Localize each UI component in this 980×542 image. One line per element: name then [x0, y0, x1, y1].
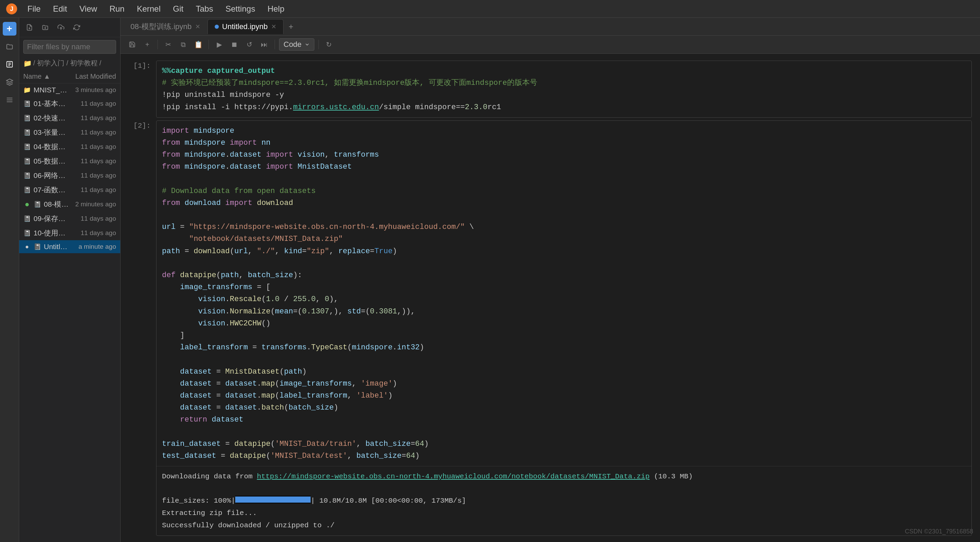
cell-label: [1]:: [129, 60, 156, 118]
menu-view[interactable]: View: [74, 2, 103, 16]
save-button[interactable]: [126, 38, 138, 51]
cut-button[interactable]: ✂: [162, 38, 174, 51]
menu-file[interactable]: File: [22, 2, 46, 16]
menu-edit[interactable]: Edit: [48, 2, 73, 16]
list-item[interactable]: 📓 01-基本介... 11 days ago: [19, 97, 120, 111]
file-name: 06-网络构...: [33, 171, 69, 180]
file-name: 10-使用静...: [33, 228, 69, 238]
list-item[interactable]: 📓 02-快速入... 11 days ago: [19, 111, 120, 125]
notebook-toolbar: + ✂ ⧉ 📋 ▶ ⏹ ↺ ⏭ Code ↻: [121, 36, 980, 54]
list-item[interactable]: 📓 08-模型训... 2 minutes ago: [19, 197, 120, 211]
active-dot: ●: [23, 243, 31, 250]
extensions-icon-btn[interactable]: [3, 75, 16, 89]
watermark: CSDN ©2301_79516858: [905, 528, 973, 535]
list-item[interactable]: 📓 04-数据集... 11 days ago: [19, 139, 120, 154]
file-modified: a minute ago: [72, 243, 116, 250]
search-box[interactable]: 🔍: [23, 40, 116, 54]
list-item[interactable]: 📓 07-函数式... 11 days ago: [19, 183, 120, 197]
tab-add-button[interactable]: +: [285, 21, 297, 33]
file-modified: 11 days ago: [72, 172, 116, 179]
tab-close-icon[interactable]: ✕: [195, 23, 200, 30]
notebook-area: 08-模型训练.ipynb ✕ Untitled.ipynb ✕ + + ✂: [121, 18, 980, 542]
list-item[interactable]: 📓 03-张量Te... 11 days ago: [19, 125, 120, 139]
list-item[interactable]: 📓 09-保存与... 11 days ago: [19, 211, 120, 226]
paste-button[interactable]: 📋: [192, 38, 204, 51]
menu-git[interactable]: Git: [167, 2, 189, 16]
refresh-output-button[interactable]: ↻: [323, 38, 335, 51]
notebook-icon: 📓: [33, 201, 41, 208]
file-name: 01-基本介...: [33, 99, 69, 108]
notebook-icon: 📓: [23, 172, 31, 179]
search-input[interactable]: [27, 43, 121, 51]
upload-btn[interactable]: [55, 21, 67, 33]
menu-kernel[interactable]: Kernel: [132, 2, 166, 16]
tab-label: Untitled.ipynb: [222, 22, 268, 31]
cell-output: Downloading data from https://mindspore-…: [156, 466, 971, 536]
tab-bar: 08-模型训练.ipynb ✕ Untitled.ipynb ✕ +: [121, 18, 980, 36]
copy-button[interactable]: ⧉: [177, 38, 189, 51]
tab-close-icon[interactable]: ✕: [271, 23, 276, 30]
cell-content[interactable]: import mindspore from mindspore import n…: [156, 120, 972, 536]
file-modified: 11 days ago: [72, 143, 116, 151]
files-icon-btn[interactable]: [3, 57, 16, 71]
file-modified: 3 minutes ago: [72, 86, 116, 94]
cell-type-label: Code: [283, 40, 302, 49]
run-button[interactable]: ▶: [213, 38, 225, 51]
file-name: 03-张量Te...: [33, 128, 69, 137]
restart-button[interactable]: ↺: [243, 38, 255, 51]
toolbar-divider: [275, 40, 275, 49]
list-item[interactable]: 📓 06-网络构... 11 days ago: [19, 168, 120, 183]
menu-tabs[interactable]: Tabs: [190, 2, 219, 16]
cell-content[interactable]: %%capture captured_output # 实验环境已经预装了min…: [156, 60, 972, 118]
notebook-icon: 📓: [23, 143, 31, 151]
sort-asc-icon: ▲: [43, 73, 50, 81]
file-modified: 11 days ago: [72, 157, 116, 165]
file-panel-toolbar: [19, 18, 120, 37]
cell-code[interactable]: %%capture captured_output # 实验环境已经预装了min…: [156, 61, 971, 117]
menu-settings[interactable]: Settings: [220, 2, 261, 16]
main-layout: +: [0, 18, 980, 542]
new-file-toolbar-btn[interactable]: [23, 21, 36, 33]
cell-area: [1]: %%capture captured_output # 实验环境已经预…: [121, 54, 980, 542]
breadcrumb: 📁 / 初学入门 / 初学教程 /: [19, 57, 120, 70]
notebook-icon: 📓: [23, 215, 31, 222]
cell-code[interactable]: import mindspore from mindspore import n…: [156, 121, 971, 466]
tab-untitled[interactable]: Untitled.ipynb ✕: [207, 19, 283, 34]
folder-icon-btn[interactable]: [3, 40, 16, 53]
file-modified: 11 days ago: [72, 114, 116, 122]
list-item[interactable]: ● 📓 Untitled.ip... a minute ago: [19, 240, 120, 253]
notebook-icon: 📓: [33, 243, 41, 250]
tab-08[interactable]: 08-模型训练.ipynb ✕: [123, 19, 207, 34]
notebook-icon: 📓: [23, 114, 31, 122]
menu-bar: J File Edit View Run Kernel Git Tabs Set…: [0, 0, 980, 18]
menu-help[interactable]: Help: [262, 2, 290, 16]
list-item[interactable]: 📓 10-使用静... 11 days ago: [19, 226, 120, 240]
file-modified: 11 days ago: [72, 215, 116, 222]
stop-button[interactable]: ⏹: [228, 38, 240, 51]
list-icon-btn[interactable]: [3, 93, 16, 107]
cell-type-dropdown[interactable]: Code: [279, 38, 314, 51]
list-item[interactable]: 📓 05-数据变... 11 days ago: [19, 154, 120, 168]
cell-label: [2]:: [129, 120, 156, 536]
col-modified-header[interactable]: Last Modified: [68, 73, 116, 81]
menu-run[interactable]: Run: [104, 2, 130, 16]
new-file-button[interactable]: +: [3, 22, 16, 36]
tab-modified-dot: [215, 25, 219, 29]
file-table-header: Name ▲ Last Modified: [19, 70, 120, 84]
refresh-btn[interactable]: [70, 21, 83, 33]
running-dot: [23, 201, 31, 208]
restart-run-button[interactable]: ⏭: [258, 38, 270, 51]
list-item[interactable]: 📁 MNIST_Data 3 minutes ago: [19, 84, 120, 97]
file-modified: 2 minutes ago: [72, 201, 116, 208]
notebook-icon: 📓: [23, 157, 31, 165]
file-name: 08-模型训...: [44, 200, 69, 209]
file-name: 04-数据集...: [33, 142, 69, 152]
new-folder-btn[interactable]: [39, 21, 51, 33]
cell-row: [1]: %%capture captured_output # 实验环境已经预…: [121, 60, 980, 118]
app-logo: J: [5, 3, 18, 15]
add-cell-button[interactable]: +: [141, 38, 153, 51]
tab-label: 08-模型训练.ipynb: [130, 22, 192, 32]
col-name-header[interactable]: Name ▲: [23, 73, 68, 81]
toolbar-divider: [158, 40, 158, 49]
file-name: 07-函数式...: [33, 185, 69, 195]
